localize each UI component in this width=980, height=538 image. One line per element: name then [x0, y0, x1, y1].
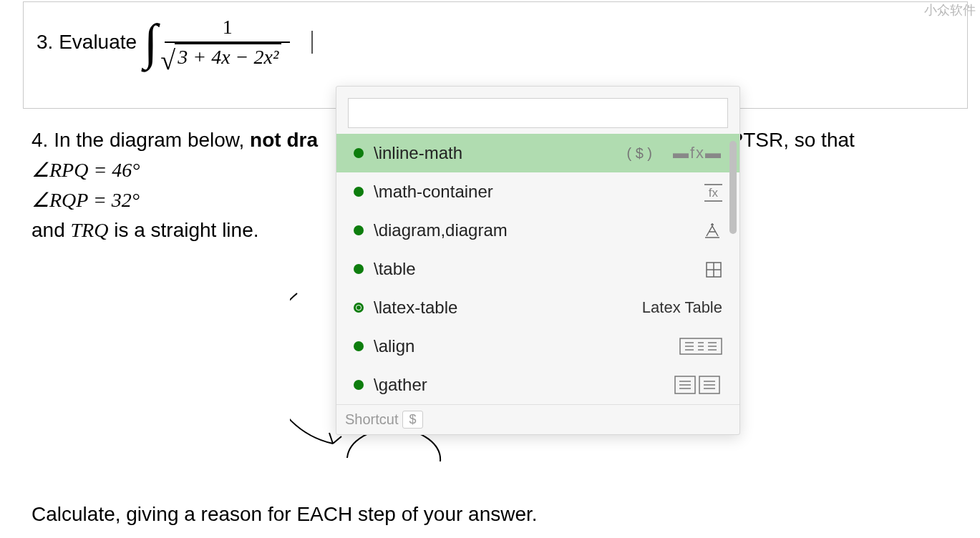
popup-item-align[interactable]: \align — [336, 327, 739, 366]
bullet-icon — [354, 187, 364, 197]
math-insert-popup: \inline-math ( $ ) ▬fx▬ \math-container … — [336, 86, 740, 435]
popup-footer: Shortcut $ — [336, 404, 739, 434]
q4-line3: and TRQ is a straight line. — [31, 219, 259, 241]
popup-item-inline-math[interactable]: \inline-math ( $ ) ▬fx▬ — [336, 134, 739, 172]
diagram-icon — [665, 220, 722, 240]
popup-item-label: \table — [374, 259, 665, 279]
latex-table-text: Latex Table — [622, 298, 722, 317]
q3-prefix: 3. Evaluate — [37, 31, 137, 54]
scrollbar-thumb[interactable] — [729, 141, 737, 234]
integral-sign: ∫ — [144, 17, 157, 67]
q3-radicand: 3 + 4x − 2x² — [175, 43, 281, 68]
popup-item-label: \align — [374, 336, 665, 356]
q4-line1-b: PTSR, so that — [730, 129, 855, 151]
popup-item-diagram[interactable]: \diagram,diagram — [336, 211, 739, 250]
bullet-icon — [354, 341, 364, 351]
inline-math-icon: ▬fx▬ — [665, 144, 722, 162]
text-cursor — [311, 31, 313, 54]
popup-item-table[interactable]: \table — [336, 250, 739, 288]
bullet-icon — [354, 148, 364, 158]
popup-search-input[interactable] — [348, 98, 728, 128]
table-icon — [665, 260, 722, 278]
footer-label: Shortcut — [345, 411, 398, 428]
align-icon — [665, 336, 722, 356]
popup-item-hint: ( $ ) — [626, 145, 652, 162]
popup-item-math-container[interactable]: \math-container fx — [336, 172, 739, 211]
gather-icon — [665, 374, 722, 396]
shortcut-key-badge: $ — [402, 411, 422, 429]
popup-item-label: \inline-math — [374, 143, 626, 163]
math-container-icon: fx — [665, 182, 722, 201]
q4-bold: not dra — [250, 129, 318, 151]
popup-item-label: \latex-table — [374, 298, 622, 318]
popup-item-label: \gather — [374, 375, 665, 395]
bottom-instruction: Calculate, giving a reason for EACH step… — [31, 503, 538, 526]
popup-item-latex-table[interactable]: \latex-table Latex Table — [336, 288, 739, 327]
popup-item-label: \math-container — [374, 182, 665, 202]
bullet-icon — [354, 380, 364, 390]
popup-item-label: \diagram,diagram — [374, 220, 665, 240]
q3-numerator: 1 — [165, 13, 290, 43]
bullet-icon — [354, 264, 364, 274]
bullet-ring-icon — [354, 303, 364, 313]
q4-line1-a: 4. In the diagram below, — [31, 129, 250, 151]
bullet-icon — [354, 225, 364, 235]
popup-list[interactable]: \inline-math ( $ ) ▬fx▬ \math-container … — [336, 134, 739, 404]
popup-item-gather[interactable]: \gather — [336, 366, 739, 404]
